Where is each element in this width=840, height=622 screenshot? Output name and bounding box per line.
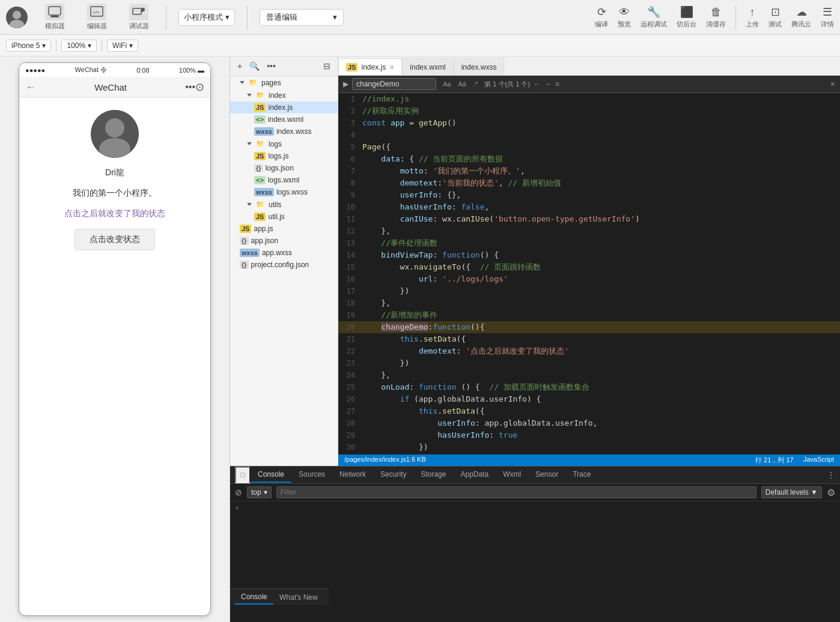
phone-action-button[interactable]: 点击改变状态	[75, 229, 155, 250]
levels-select[interactable]: Default levels ▼	[761, 486, 822, 498]
code-line-28: 28 userInfo: app.globalData.userInfo,	[338, 417, 840, 429]
file-index-wxss[interactable]: wxss index.wxss	[230, 125, 338, 137]
file-util-js[interactable]: JS util.js	[230, 211, 338, 223]
logs-expand-icon	[247, 142, 252, 145]
editor-label: 编辑器	[87, 22, 107, 31]
code-line-9: 9 userInfo: {},	[338, 189, 840, 201]
search-next-button[interactable]: →	[544, 80, 552, 88]
test-button[interactable]: ⊡ 测试	[768, 5, 782, 29]
translate-select[interactable]: 普通编辑 ▾	[260, 9, 344, 26]
tab-index-wxml[interactable]: index.wxml	[402, 58, 453, 75]
bottom-tab-icon[interactable]: ⊡	[235, 466, 251, 483]
file-size: 1.6 KB	[406, 456, 426, 465]
case-sensitive-button[interactable]: Aa	[440, 79, 454, 89]
file-tree-more-button[interactable]: •••	[264, 60, 278, 72]
simulator-button[interactable]: 模拟器	[40, 4, 70, 31]
file-app-json[interactable]: {} app.json	[230, 235, 338, 247]
bottom-tab-sources[interactable]: Sources	[291, 467, 332, 483]
file-project-config[interactable]: {} project.config.json	[230, 259, 338, 271]
phone-motto: 我们的第一个小程序。	[73, 188, 157, 199]
mode-chevron-icon: ▾	[225, 13, 230, 22]
tab-index-wxss[interactable]: index.wxss	[454, 58, 505, 75]
phone-menu-icon: •••	[185, 82, 195, 92]
tab-index-js[interactable]: JS index.js ×	[338, 58, 402, 75]
code-editor[interactable]: 1//index.js2//获取应用实例3const app = getApp(…	[338, 93, 840, 454]
svg-rect-8	[133, 8, 141, 14]
file-app-js[interactable]: JS app.js	[230, 223, 338, 235]
search-select-all-button[interactable]: ≡	[555, 80, 559, 88]
bottom-tab-network[interactable]: Network	[332, 467, 373, 483]
bottom-tab-sensor[interactable]: Sensor	[528, 467, 565, 483]
preview-label: 预览	[618, 20, 631, 29]
code-line-17: 17 })	[338, 285, 840, 297]
add-file-button[interactable]: +	[235, 60, 245, 72]
search-bar: ▶ Aa Aā .* 第 1 个(共 1 个) ← → ≡ ×	[338, 76, 840, 93]
mode-select[interactable]: 小程序模式 ▾	[178, 9, 235, 26]
line-content: },	[362, 225, 840, 237]
line-number: 30	[338, 441, 362, 453]
network-select[interactable]: WiFi ▾	[107, 40, 138, 52]
line-number: 9	[338, 189, 362, 201]
remote-debug-button[interactable]: 🔧 远程调试	[641, 5, 667, 29]
code-line-6: 6 data: { // 当前页面的所有数据	[338, 153, 840, 165]
line-content: changeDemo:function(){	[362, 321, 840, 333]
bottom-tab-storage[interactable]: Storage	[413, 467, 453, 483]
line-number: 1	[338, 93, 362, 105]
preview-button[interactable]: 👁 预览	[618, 6, 631, 29]
zoom-select[interactable]: 100% ▾	[61, 40, 97, 52]
folder-pages[interactable]: 📁 pages	[230, 76, 338, 89]
bottom-tab-appdata[interactable]: AppData	[453, 467, 496, 483]
whatsnew-sub-tab[interactable]: What's New	[273, 591, 324, 604]
bottom-tab-trace[interactable]: Trace	[565, 467, 598, 483]
console-filter-input[interactable]	[276, 486, 756, 498]
folder-utils[interactable]: 📁 utils	[230, 198, 338, 211]
tab-close-icon[interactable]: ×	[389, 62, 394, 72]
wxml-icon: <>	[254, 115, 266, 124]
bottom-tab-console[interactable]: Console	[251, 467, 291, 483]
debugger-button[interactable]: 调试器	[124, 4, 154, 31]
search-input[interactable]	[352, 78, 436, 90]
file-logs-json[interactable]: {} logs.json	[230, 162, 338, 174]
device-select[interactable]: iPhone 5 ▾	[6, 40, 51, 52]
compile-button[interactable]: ⟳ 编译	[595, 5, 608, 29]
console-clear-button[interactable]: ⊘	[235, 488, 242, 497]
file-index-js[interactable]: JS index.js	[230, 101, 338, 113]
file-logs-wxml[interactable]: <> logs.wxml	[230, 174, 338, 186]
search-close-button[interactable]: ×	[830, 79, 835, 89]
code-line-4: 4	[338, 129, 840, 141]
test-label: 测试	[768, 20, 782, 29]
editor-button[interactable]: </> 编辑器	[82, 4, 112, 31]
line-number: 22	[338, 345, 362, 357]
console-sub-tab[interactable]: Console	[235, 590, 273, 605]
file-logs-js[interactable]: JS logs.js	[230, 150, 338, 162]
whole-word-button[interactable]: Aā	[455, 79, 469, 89]
context-select[interactable]: top ▾	[247, 486, 272, 498]
clear-cache-button[interactable]: 🗑 清缓存	[706, 6, 726, 29]
tencent-cloud-button[interactable]: ☁ 腾讯云	[791, 5, 811, 29]
phone-username: Dri龍	[105, 168, 124, 178]
file-logs-wxss[interactable]: wxss logs.wxss	[230, 186, 338, 198]
more-button[interactable]: ☰ 详情	[821, 5, 834, 29]
line-number: 5	[338, 141, 362, 153]
console-settings-button[interactable]: ⚙	[827, 487, 835, 498]
folder-index[interactable]: 📁 index	[230, 89, 338, 101]
file-app-wxss[interactable]: wxss app.wxss	[230, 247, 338, 259]
code-line-21: 21 this.setData({	[338, 333, 840, 345]
search-prev-button[interactable]: ←	[534, 80, 541, 88]
folder-pages-label: pages	[261, 79, 281, 87]
folder-logs[interactable]: 📁 logs	[230, 137, 338, 150]
bottom-tab-security[interactable]: Security	[373, 467, 413, 483]
line-content: onLoad: function () { // 加载页面时触发函数集合	[362, 381, 840, 393]
bottom-tab-wxml[interactable]: Wxml	[496, 467, 528, 483]
phone-status-link[interactable]: 点击之后就改变了我的状态	[64, 208, 165, 219]
bottom-more-button[interactable]: ⋮	[827, 470, 835, 480]
search-file-button[interactable]: 🔍	[247, 60, 262, 72]
regex-button[interactable]: .*	[470, 79, 481, 89]
file-tree-collapse-button[interactable]: ⊟	[321, 60, 333, 72]
upload-button[interactable]: ↑ 上传	[746, 6, 759, 29]
cut-backend-button[interactable]: ⬛ 切后台	[677, 5, 696, 29]
svg-point-1	[13, 11, 21, 19]
file-index-wxml[interactable]: <> index.wxml	[230, 113, 338, 125]
console-prompt-line[interactable]: ›	[235, 504, 835, 512]
editor-icon: </>	[87, 4, 106, 20]
